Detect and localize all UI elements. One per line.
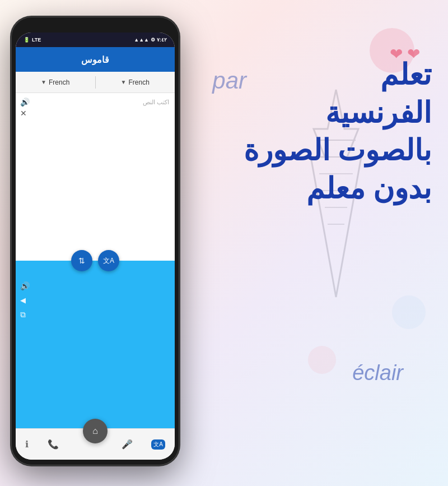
status-bar: 🔋 LTE ▲▲▲ ⚙ ٧:٤٢ xyxy=(16,33,175,47)
phone-mockup: 🔋 LTE ▲▲▲ ⚙ ٧:٤٢ قاموس ▼ French xyxy=(11,17,179,465)
translate-action-row: ⇅ 文A xyxy=(16,247,175,275)
time-display: ٧:٤٢ xyxy=(157,37,167,43)
source-language-selector[interactable]: ▼ French xyxy=(16,78,95,86)
eclair-decoration: éclair xyxy=(352,361,403,385)
par-text-decoration: par xyxy=(212,67,246,94)
nav-phone-button[interactable]: 📞 xyxy=(48,439,59,450)
nav-voice-button[interactable]: 🎤 xyxy=(122,439,133,450)
app-title: قاموس xyxy=(81,54,109,65)
info-icon: ℹ xyxy=(25,439,29,450)
status-right: ▲▲▲ ⚙ ٧:٤٢ xyxy=(134,37,167,43)
share-icon-output[interactable]: ◀ xyxy=(20,296,170,304)
bottom-navigation: ⌂ ℹ 📞 🎤 文A xyxy=(16,428,175,460)
home-icon: ⌂ xyxy=(92,426,98,436)
translation-output-area: 🔊 ◀ ⧉ xyxy=(16,275,175,428)
source-lang-label: French xyxy=(49,78,69,86)
voice-icon: 🎤 xyxy=(122,439,133,450)
phone-icon: 📞 xyxy=(48,439,59,450)
phone-screen: 🔋 LTE ▲▲▲ ⚙ ٧:٤٢ قاموس ▼ French xyxy=(16,33,175,460)
status-left: 🔋 LTE xyxy=(24,37,41,43)
deco-circle-3 xyxy=(392,295,426,329)
target-lang-label: French xyxy=(129,78,150,86)
settings-icon: ⚙ xyxy=(151,37,155,43)
deco-circle-2 xyxy=(308,346,336,374)
app-bar: قاموس xyxy=(16,47,175,72)
translate-button[interactable]: 文A xyxy=(98,250,119,271)
nav-translate-button[interactable]: 文A xyxy=(151,439,165,450)
translate-nav-icon: 文A xyxy=(151,439,165,450)
target-language-selector[interactable]: ▼ French xyxy=(96,78,175,86)
input-placeholder: اكتب النص xyxy=(143,99,169,106)
target-lang-arrow: ▼ xyxy=(121,79,127,85)
lte-label: LTE xyxy=(32,37,41,43)
promo-text-arabic: تعلم الفرنسية بالصوت الصورة بدون معلم xyxy=(244,56,431,207)
translate-icon: 文A xyxy=(103,256,114,266)
signal-icon: ▲▲▲ xyxy=(134,37,149,43)
battery-icon: 🔋 xyxy=(24,37,30,43)
nav-info-button[interactable]: ℹ xyxy=(25,439,29,450)
swap-languages-button[interactable]: ⇅ xyxy=(71,250,92,271)
source-lang-arrow: ▼ xyxy=(41,79,46,85)
text-input-area[interactable]: اكتب النص 🔊 ✕ xyxy=(16,93,175,247)
swap-icon: ⇅ xyxy=(78,256,85,265)
clear-input-button[interactable]: ✕ xyxy=(20,109,170,118)
phone-body: 🔋 LTE ▲▲▲ ⚙ ٧:٤٢ قاموس ▼ French xyxy=(11,17,179,465)
home-button[interactable]: ⌂ xyxy=(83,419,108,443)
speaker-icon-output[interactable]: 🔊 xyxy=(20,281,170,290)
output-action-icons: 🔊 ◀ ⧉ xyxy=(20,281,170,320)
copy-icon-output[interactable]: ⧉ xyxy=(20,310,170,320)
language-selector-row: ▼ French ▼ French xyxy=(16,72,175,93)
